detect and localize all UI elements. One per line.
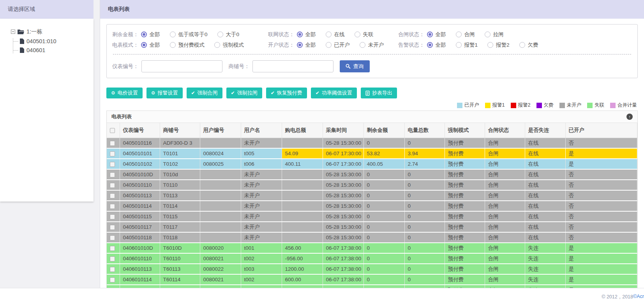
radio-icon[interactable] xyxy=(456,42,462,48)
table-cell: 合闸 xyxy=(485,232,525,243)
shop-no-input[interactable] xyxy=(252,60,333,72)
radio-option[interactable]: 低于或等于0 xyxy=(170,31,208,38)
table-row[interactable]: 0406010110T601100080021t002-956.0006-07 … xyxy=(107,253,637,264)
query-button[interactable]: 查询 xyxy=(340,60,370,72)
radio-option[interactable]: 报警1 xyxy=(456,42,478,49)
table-cell: 0405010101 xyxy=(120,148,160,159)
radio-option[interactable]: 大于0 xyxy=(217,31,240,38)
radio-icon[interactable] xyxy=(427,32,433,37)
tree-node-meter[interactable]: 040501:010 xyxy=(13,38,94,44)
radio-icon[interactable] xyxy=(326,42,332,48)
radio-icon[interactable] xyxy=(297,42,303,48)
table-cell: 0 xyxy=(363,138,404,149)
column-header: 剩余金额 xyxy=(363,123,404,138)
radio-icon[interactable] xyxy=(141,42,147,48)
radio-option[interactable]: 未开户 xyxy=(360,42,384,49)
action-button[interactable]: ✔功率阈值设置 xyxy=(311,88,357,98)
radio-icon[interactable] xyxy=(170,32,176,37)
radio-icon[interactable] xyxy=(217,32,223,37)
radio-option[interactable]: 报警2 xyxy=(487,42,510,49)
row-checkbox[interactable] xyxy=(110,204,115,209)
radio-icon[interactable] xyxy=(214,42,220,48)
table-row[interactable]: 0405010113T0113未开户05-28 15:30:0000预付费合闸在… xyxy=(107,190,637,201)
radio-option[interactable]: 在线 xyxy=(326,31,345,38)
radio-icon[interactable] xyxy=(326,32,332,37)
table-cell xyxy=(200,190,241,201)
row-checkbox[interactable] xyxy=(110,225,115,230)
row-checkbox[interactable] xyxy=(110,162,115,167)
radio-option[interactable]: 合闸 xyxy=(456,31,475,38)
radio-option[interactable]: 已开户 xyxy=(326,42,350,49)
table-cell: 预付费 xyxy=(445,148,485,159)
table-row[interactable]: 0405010116ADF300-D 3未开户05-28 15:30:0000预… xyxy=(107,138,637,149)
radio-option[interactable]: 全部 xyxy=(141,42,160,49)
table-cell: 0 xyxy=(404,285,445,288)
radio-option[interactable]: 失联 xyxy=(355,31,374,38)
meter-no-input[interactable] xyxy=(141,60,222,72)
table-cell: 06-07 17:30:00 xyxy=(323,159,363,169)
column-header: 是否失连 xyxy=(525,123,565,138)
row-checkbox[interactable] xyxy=(110,246,115,251)
radio-icon[interactable] xyxy=(141,32,147,37)
table-row[interactable]: 040601010DT6010D0080020t001456.0006-07 1… xyxy=(107,243,637,253)
radio-icon[interactable] xyxy=(485,32,490,37)
table-row[interactable]: 0405010101T01010080024t00554.0906-07 17:… xyxy=(107,148,637,159)
table-row[interactable]: 0405010118T0118未开户05-28 15:30:0000预付费合闸在… xyxy=(107,232,637,243)
table-cell: t004 xyxy=(241,285,282,288)
table-row[interactable]: 0405010110T0110未开户05-28 15:30:0000预付费合闸在… xyxy=(107,180,637,190)
collapse-panel-button[interactable]: ↑ xyxy=(626,114,633,120)
action-button[interactable]: ✔恢复预付费 xyxy=(266,88,307,98)
row-checkbox[interactable] xyxy=(110,183,115,188)
action-button[interactable]: ✔强制拉闸 xyxy=(226,88,262,98)
radio-icon[interactable] xyxy=(355,32,360,37)
row-checkbox-cell xyxy=(107,285,120,288)
table-cell: 在线 xyxy=(525,159,565,169)
row-checkbox[interactable] xyxy=(110,256,115,261)
select-all-checkbox[interactable] xyxy=(110,128,115,133)
radio-option[interactable]: 全部 xyxy=(427,31,446,38)
table-cell: 0405010115 xyxy=(120,211,160,222)
row-checkbox[interactable] xyxy=(110,193,115,198)
radio-option[interactable]: 强制模式 xyxy=(214,42,244,49)
radio-icon[interactable] xyxy=(519,42,525,48)
action-button[interactable]: ✔强制合闸 xyxy=(187,88,222,98)
radio-option-label: 预付费模式 xyxy=(178,42,205,49)
radio-option[interactable]: 全部 xyxy=(297,42,316,49)
tree-expander-icon[interactable] xyxy=(11,30,15,34)
radio-option[interactable]: 预付费模式 xyxy=(170,42,205,49)
table-row[interactable]: 0405010114T0114未开户05-28 15:30:0000预付费合闸在… xyxy=(107,201,637,211)
file-icon xyxy=(19,47,24,53)
row-checkbox[interactable] xyxy=(110,267,115,272)
table-row[interactable]: 0406010114T601140080021t002600.0006-07 1… xyxy=(107,274,637,285)
tree-node-meter[interactable]: 040601 xyxy=(13,47,94,53)
table-cell: T0113 xyxy=(160,190,200,201)
table-row[interactable]: 0406010115T601150080023t0042444.0006-07 … xyxy=(107,285,637,288)
table-row[interactable]: 0406010113T601130080022t0031200.0006-07 … xyxy=(107,264,637,274)
radio-icon[interactable] xyxy=(456,32,462,37)
radio-icon[interactable] xyxy=(360,42,365,48)
radio-option[interactable]: 欠费 xyxy=(519,42,538,49)
action-button[interactable]: ⚙报警设置 xyxy=(146,88,183,98)
tree-node-root[interactable]: 1:一栋 xyxy=(11,28,94,35)
radio-icon[interactable] xyxy=(487,42,493,48)
row-checkbox[interactable] xyxy=(110,277,115,282)
table-row[interactable]: 0405010102T01020080025t006400.1106-07 17… xyxy=(107,159,637,169)
table-row[interactable]: 040501010DT010d未开户05-28 15:30:0000预付费合闸在… xyxy=(107,169,637,180)
action-button[interactable]: ⚙电价设置 xyxy=(106,88,143,98)
radio-icon[interactable] xyxy=(297,32,303,37)
action-button[interactable]: 抄表导出 xyxy=(361,88,397,98)
radio-option[interactable]: 全部 xyxy=(427,42,446,49)
row-checkbox[interactable] xyxy=(110,151,115,156)
radio-option[interactable]: 拉闸 xyxy=(485,31,504,38)
radio-icon[interactable] xyxy=(170,42,176,48)
row-checkbox[interactable] xyxy=(110,235,115,240)
row-checkbox[interactable] xyxy=(110,214,115,219)
row-checkbox[interactable] xyxy=(110,141,115,146)
row-checkbox[interactable] xyxy=(110,172,115,177)
radio-option[interactable]: 全部 xyxy=(297,31,316,38)
radio-option[interactable]: 全部 xyxy=(141,31,160,38)
table-row[interactable]: 0405010115T0115未开户05-28 15:30:0000预付费合闸在… xyxy=(107,211,637,222)
table-row[interactable]: 0405010117T0117未开户05-28 15:30:0000预付费合闸在… xyxy=(107,222,637,232)
radio-icon[interactable] xyxy=(427,42,433,48)
legend-color-swatch xyxy=(559,103,565,108)
